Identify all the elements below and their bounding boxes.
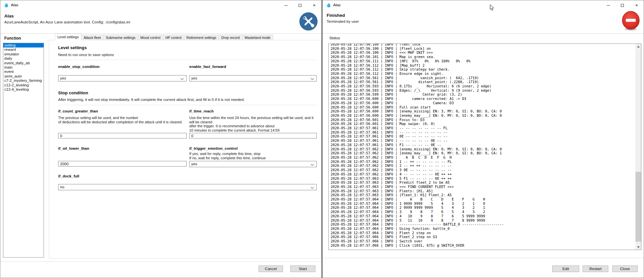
log-line: 2020-05-28 12:07:57.064 | INFO | 1 9999 … bbox=[331, 201, 635, 206]
edit-button[interactable]: Edit bbox=[552, 265, 579, 272]
log-line: 2020-05-28 12:07:57.062 | INFO | [enemy_… bbox=[331, 151, 635, 155]
log-line: 2020-05-28 12:07:57.066 | INFO | Fleet_2… bbox=[331, 235, 635, 239]
start-button[interactable]: Start bbox=[290, 265, 315, 272]
sidebar-item-setting[interactable]: setting bbox=[3, 43, 44, 47]
log-scrollbar[interactable] bbox=[635, 44, 641, 250]
enable-fast-forward-select[interactable]: yes bbox=[189, 75, 317, 81]
close-window-button[interactable]: Close bbox=[612, 265, 638, 272]
log-line: 2020-05-28 12:07:56.599 | INFO | Center … bbox=[331, 92, 635, 97]
sidebar-item-daily[interactable]: daily bbox=[3, 56, 44, 61]
close-button[interactable]: × bbox=[629, 0, 644, 10]
label-if-dock-full: if_dock_full bbox=[58, 174, 79, 178]
chevron-down-icon bbox=[311, 163, 314, 166]
log-line: 2020-05-28 12:07:57.064 | INFO | 3 9 8 7… bbox=[331, 210, 635, 214]
log-line: 2020-05-28 12:07:56.561 | INFO | vanish_… bbox=[331, 76, 635, 80]
log-line: 2020-05-28 12:07:56.593 | INFO | 0.175s … bbox=[331, 84, 635, 88]
status-log[interactable]: 2020-05-28 12:07:56.100 | INFO | fleet_l… bbox=[328, 44, 641, 250]
arrow-down-icon bbox=[637, 246, 640, 248]
titlebar[interactable]: Alas × bbox=[323, 0, 644, 10]
sidebar-item-emulator[interactable]: emulator bbox=[3, 52, 44, 56]
maximize-button[interactable] bbox=[293, 0, 307, 10]
tab-mood-control[interactable]: Mood control bbox=[138, 35, 163, 40]
minimize-icon bbox=[284, 5, 288, 6]
status-subtitle: Terminated by user bbox=[327, 19, 359, 23]
if-count-greater-than-input[interactable] bbox=[58, 133, 187, 139]
log-line: 2020-05-28 12:07:57.063 | INFO | [Fleet_… bbox=[331, 193, 635, 197]
sidebar-item-c12-4-leveling[interactable]: c12-4_leveling bbox=[3, 87, 44, 92]
if-oil-lower-than-input[interactable] bbox=[58, 161, 187, 167]
scrollbar-thumb[interactable] bbox=[635, 172, 641, 242]
log-line: 2020-05-28 12:07:56.100 | INFO | <<< MAP… bbox=[331, 50, 635, 55]
mouse-cursor bbox=[490, 4, 494, 12]
alas-logo-icon bbox=[326, 3, 331, 8]
log-line: 2020-05-28 12:07:57.063 | INFO | 5 F1 --… bbox=[331, 176, 635, 181]
tab-submarine-settings[interactable]: Submarine settings bbox=[103, 35, 138, 40]
sidebar-item-reward[interactable]: reward bbox=[3, 47, 44, 52]
function-listbox[interactable]: settingrewardemulatordailyevent_daily_ab… bbox=[3, 43, 44, 258]
log-line: 2020-05-28 12:07:56.600 | INFO | [enemy_… bbox=[331, 109, 635, 113]
settings-panel bbox=[49, 40, 321, 259]
label-if-trigger-emotion-control: if_trigger_emotion_control bbox=[189, 146, 237, 150]
if-trigger-emotion-control-value: yes bbox=[191, 162, 197, 166]
section-desc-stop-condition: After triggering, it will not stop immed… bbox=[58, 98, 245, 102]
if-dock-full-value: no bbox=[60, 185, 64, 189]
alas-logo-icon bbox=[4, 3, 9, 8]
log-line: 2020-05-28 12:07:56.100 | INFO | [Fleet_… bbox=[331, 46, 635, 51]
maximize-icon bbox=[621, 4, 624, 7]
tab-attack-fleet[interactable]: Attack fleet bbox=[81, 35, 103, 40]
maximize-button[interactable] bbox=[615, 0, 629, 10]
close-icon: × bbox=[313, 3, 315, 8]
tab-retirement-settings[interactable]: Retirement settings bbox=[184, 35, 219, 40]
if-dock-full-select[interactable]: no bbox=[58, 184, 317, 190]
status-title: Finished bbox=[327, 13, 345, 18]
maximize-icon bbox=[299, 4, 302, 7]
sidebar-item-c12-2-leveling[interactable]: c12-2_leveling bbox=[3, 83, 44, 87]
cancel-button[interactable]: Cancel bbox=[259, 265, 283, 272]
page-title: Alas bbox=[4, 14, 14, 18]
sidebar-item-semi-auto[interactable]: semi_auto bbox=[3, 74, 44, 78]
minimize-button[interactable] bbox=[279, 0, 293, 10]
log-line: 2020-05-28 12:07:57.061 | INFO | -- -- -… bbox=[331, 139, 635, 143]
log-line: 2020-05-28 12:07:57.064 | INFO | Using f… bbox=[331, 227, 635, 231]
restart-button[interactable]: Restart bbox=[583, 265, 608, 272]
minimize-button[interactable] bbox=[601, 0, 615, 10]
enable-stop-condition-select[interactable]: yes bbox=[58, 75, 187, 81]
log-line: 2020-05-28 12:07:56.593 | INFO | Edges: … bbox=[331, 88, 635, 93]
footer-divider bbox=[0, 261, 321, 262]
window-title: Alas bbox=[333, 3, 340, 7]
scroll-up-button[interactable] bbox=[635, 44, 641, 49]
log-line: 2020-05-28 12:07:57.064 | INFO | 4 10 9 … bbox=[331, 214, 635, 218]
sidebar-item-c7-2-mystery-farming[interactable]: c7-2_mystery_farming bbox=[3, 78, 44, 83]
log-line: 2020-05-28 12:07:56.561 | INFO | distant… bbox=[331, 80, 635, 84]
if-trigger-emotion-control-select[interactable]: yes bbox=[189, 161, 317, 167]
function-label: Function bbox=[4, 36, 21, 41]
log-line: 2020-05-28 12:07:57.064 | INFO | Fleet 2… bbox=[331, 231, 635, 235]
arrow-up-icon bbox=[637, 46, 640, 47]
close-icon: × bbox=[635, 3, 638, 8]
tab-hp-control[interactable]: HP control bbox=[163, 35, 184, 40]
log-content: 2020-05-28 12:07:56.100 | INFO | fleet_l… bbox=[331, 44, 635, 247]
if-time-reach-input[interactable] bbox=[189, 133, 317, 139]
titlebar[interactable]: Alas × bbox=[0, 0, 321, 10]
section-desc-level-settings: Need to run once to save options bbox=[58, 53, 114, 57]
log-line: 2020-05-28 12:07:56.112 | INFO | Ensure … bbox=[331, 72, 635, 76]
tab-level-settings[interactable]: Level settings bbox=[55, 34, 81, 40]
page-subtitle: AzurLaneAutoScript, An Azur Lane automat… bbox=[4, 20, 130, 24]
log-line: 2020-05-28 12:07:57.064 | INFO | 5 11 10… bbox=[331, 218, 635, 223]
log-line: 2020-05-28 12:07:57.066 | INFO | Switch … bbox=[331, 239, 635, 243]
label-enable-fast-forward: enable_fast_forward bbox=[189, 65, 226, 69]
log-line: 2020-05-28 12:07:57.064 | INFO | -------… bbox=[331, 222, 635, 227]
tab-wasteland-mode[interactable]: Wasteland mode bbox=[242, 35, 273, 40]
sidebar-item-event-daily-ab[interactable]: event_daily_ab bbox=[3, 61, 44, 65]
chevron-down-icon bbox=[181, 77, 184, 80]
log-line: 2020-05-28 12:07:57.063 | INFO | Fleets:… bbox=[331, 189, 635, 193]
label-if-oil-lower-than: if_oil_lower_than bbox=[58, 146, 89, 150]
close-button[interactable]: × bbox=[307, 0, 321, 10]
sidebar-item-event[interactable]: event bbox=[3, 70, 44, 74]
scroll-down-button[interactable] bbox=[635, 244, 641, 250]
desc-if-time-reach: Use the time within the next 24 hours, t… bbox=[189, 116, 320, 132]
sidebar-item-main[interactable]: main bbox=[3, 65, 44, 70]
log-line: 2020-05-28 12:07:57.066 | INFO | Click (… bbox=[331, 243, 635, 248]
tab-drop-record[interactable]: Drop record bbox=[219, 35, 242, 40]
log-line: 2020-05-28 12:07:56.111 | INFO | [HP] 97… bbox=[331, 59, 635, 63]
